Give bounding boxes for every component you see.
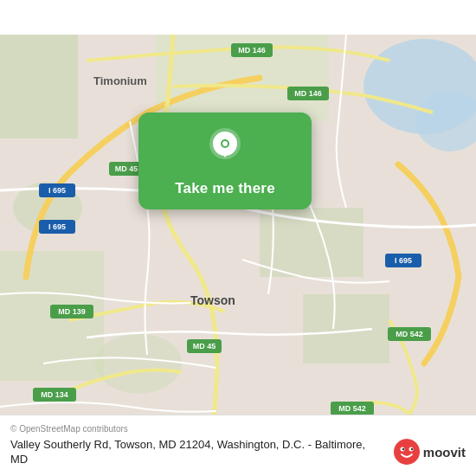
pin-icon [208, 128, 242, 171]
svg-text:MD 146: MD 146 [294, 89, 322, 98]
svg-point-42 [402, 448, 404, 450]
map-container: I 695 I 695 I 695 MD 146 MD 146 MD 45 MD… [0, 0, 476, 476]
attribution-text: © OpenStreetMap contributors [10, 424, 128, 434]
svg-text:MD 134: MD 134 [41, 390, 68, 399]
svg-point-39 [394, 439, 420, 465]
popup-button[interactable]: Take me there [175, 180, 275, 197]
attribution-row: © OpenStreetMap contributors [10, 424, 466, 434]
moovit-label: moovit [423, 445, 466, 460]
svg-text:MD 542: MD 542 [396, 330, 423, 338]
svg-text:MD 45: MD 45 [193, 342, 216, 351]
address-text: Valley Southerly Rd, Towson, MD 21204, W… [10, 437, 384, 467]
svg-point-43 [411, 448, 413, 450]
moovit-icon [393, 438, 421, 466]
svg-text:MD 45: MD 45 [115, 164, 138, 173]
svg-text:I 695: I 695 [395, 256, 412, 265]
svg-text:MD 146: MD 146 [238, 46, 266, 55]
popup-card[interactable]: Take me there [138, 113, 312, 209]
svg-text:I 695: I 695 [48, 186, 66, 195]
svg-text:Timonium: Timonium [93, 74, 147, 87]
popup-button-text: Take me there [175, 180, 275, 196]
bottom-row: Valley Southerly Rd, Towson, MD 21204, W… [10, 437, 466, 467]
moovit-logo: moovit [393, 438, 466, 466]
svg-point-38 [222, 141, 228, 146]
svg-text:MD 542: MD 542 [338, 404, 366, 413]
svg-text:MD 139: MD 139 [58, 307, 86, 316]
svg-text:Towson: Towson [190, 293, 235, 307]
bottom-bar: © OpenStreetMap contributors Valley Sout… [0, 415, 476, 476]
svg-text:I 695: I 695 [48, 222, 66, 231]
